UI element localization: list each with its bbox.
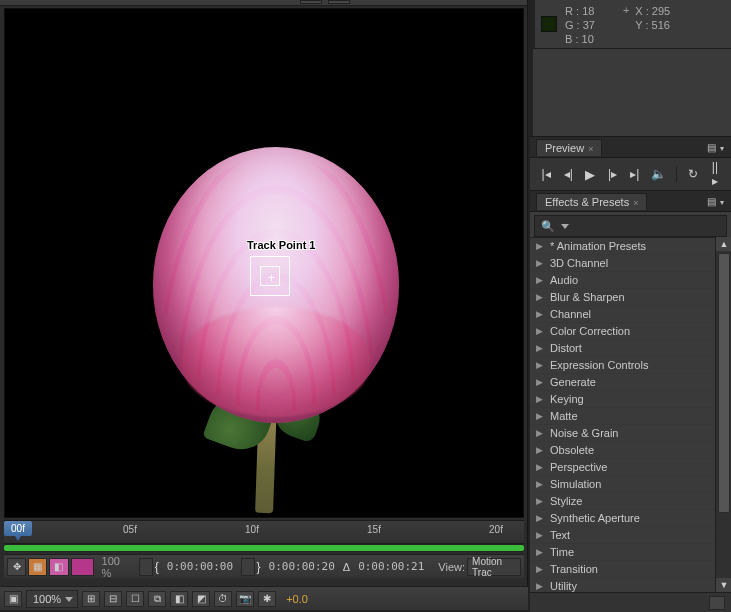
- close-icon[interactable]: ×: [633, 198, 638, 208]
- work-area-bar[interactable]: [4, 544, 524, 552]
- panel-menu-icon[interactable]: ▤: [707, 142, 725, 153]
- layer-zoom[interactable]: 100 %: [96, 555, 138, 579]
- disclosure-triangle-icon[interactable]: ▶: [536, 564, 544, 574]
- disclosure-triangle-icon[interactable]: ▶: [536, 360, 544, 370]
- effects-category-row[interactable]: ▶Text: [530, 527, 715, 544]
- effects-category-label: Matte: [550, 410, 578, 422]
- disclosure-triangle-icon[interactable]: ▶: [536, 462, 544, 472]
- search-icon: 🔍: [541, 220, 555, 233]
- effects-category-row[interactable]: ▶Noise & Grain: [530, 425, 715, 442]
- disclosure-triangle-icon[interactable]: ▶: [536, 479, 544, 489]
- prev-frame-button[interactable]: ◂|: [562, 167, 574, 181]
- scroll-down-button[interactable]: ▼: [716, 578, 731, 592]
- status-btn[interactable]: ☐: [126, 591, 144, 607]
- ram-preview-button[interactable]: ||▸: [709, 160, 721, 188]
- new-bin-button[interactable]: [709, 596, 725, 610]
- viewer-top-btn[interactable]: [328, 0, 350, 4]
- disclosure-triangle-icon[interactable]: ▶: [536, 547, 544, 557]
- effects-category-row[interactable]: ▶Utility: [530, 578, 715, 592]
- composition-canvas[interactable]: Track Point 1 +: [4, 8, 524, 518]
- mask-icon[interactable]: [71, 558, 94, 576]
- alpha-icon[interactable]: ◧: [49, 558, 68, 576]
- disclosure-triangle-icon[interactable]: ▶: [536, 513, 544, 523]
- disclosure-triangle-icon[interactable]: ▶: [536, 241, 544, 251]
- effects-category-row[interactable]: ▶Generate: [530, 374, 715, 391]
- disclosure-triangle-icon[interactable]: ▶: [536, 309, 544, 319]
- last-frame-button[interactable]: ▸|: [629, 167, 641, 181]
- effects-scrollbar[interactable]: ▲ ▼: [715, 237, 731, 592]
- handtool-icon[interactable]: ✥: [7, 558, 26, 576]
- panel-menu-icon[interactable]: ▤: [707, 196, 725, 207]
- effects-category-row[interactable]: ▶Audio: [530, 272, 715, 289]
- disclosure-triangle-icon[interactable]: ▶: [536, 411, 544, 421]
- effects-category-label: Expression Controls: [550, 359, 648, 371]
- effects-category-row[interactable]: ▶Blur & Sharpen: [530, 289, 715, 306]
- first-frame-button[interactable]: |◂: [540, 167, 552, 181]
- exposure-value[interactable]: +0.0: [280, 593, 314, 605]
- view-dropdown[interactable]: Motion Trac: [467, 558, 521, 576]
- loop-button[interactable]: ↻: [687, 167, 699, 181]
- time-ruler[interactable]: 00f 05f 10f 15f 20f: [4, 520, 524, 544]
- effects-search[interactable]: 🔍: [534, 215, 727, 237]
- effects-category-row[interactable]: ▶* Animation Presets: [530, 238, 715, 255]
- out-timecode[interactable]: 0:00:00:20: [263, 560, 341, 573]
- status-btn[interactable]: ◧: [170, 591, 188, 607]
- disclosure-triangle-icon[interactable]: ▶: [536, 275, 544, 285]
- magnification-dropdown[interactable]: 100%: [26, 590, 78, 608]
- ruler-tick-label: 15f: [367, 524, 381, 535]
- disclosure-triangle-icon[interactable]: ▶: [536, 394, 544, 404]
- chevron-down-icon[interactable]: [561, 224, 569, 229]
- out-bracket-icon[interactable]: }: [257, 560, 261, 574]
- disclosure-triangle-icon[interactable]: ▶: [536, 343, 544, 353]
- aperture-icon[interactable]: ✱: [258, 591, 276, 607]
- effects-tab[interactable]: Effects & Presets×: [536, 193, 647, 210]
- disclosure-triangle-icon[interactable]: ▶: [536, 377, 544, 387]
- effects-category-row[interactable]: ▶Stylize: [530, 493, 715, 510]
- in-timecode[interactable]: 0:00:00:00: [161, 560, 239, 573]
- effects-category-label: Distort: [550, 342, 582, 354]
- mute-button[interactable]: 🔈: [651, 167, 666, 181]
- toggle-alpha-button[interactable]: ▣: [4, 591, 22, 607]
- effects-category-row[interactable]: ▶Color Correction: [530, 323, 715, 340]
- disclosure-triangle-icon[interactable]: ▶: [536, 326, 544, 336]
- roi-icon[interactable]: ▦: [28, 558, 47, 576]
- effects-category-row[interactable]: ▶Matte: [530, 408, 715, 425]
- effects-category-row[interactable]: ▶Distort: [530, 340, 715, 357]
- cti-playhead[interactable]: 00f: [4, 521, 32, 536]
- status-btn[interactable]: ◩: [192, 591, 210, 607]
- disclosure-triangle-icon[interactable]: ▶: [536, 445, 544, 455]
- track-point-attach-icon[interactable]: +: [268, 271, 275, 285]
- effects-category-row[interactable]: ▶Channel: [530, 306, 715, 323]
- effects-category-row[interactable]: ▶3D Channel: [530, 255, 715, 272]
- preview-tab[interactable]: Preview×: [536, 139, 602, 156]
- status-btn[interactable]: ⊞: [82, 591, 100, 607]
- disclosure-triangle-icon[interactable]: ▶: [536, 258, 544, 268]
- disclosure-triangle-icon[interactable]: ▶: [536, 496, 544, 506]
- snapshot-btn[interactable]: 📷: [236, 591, 254, 607]
- disclosure-triangle-icon[interactable]: ▶: [536, 581, 544, 591]
- scroll-thumb[interactable]: [718, 253, 730, 513]
- viewer-top-btn[interactable]: [300, 0, 322, 4]
- disclosure-triangle-icon[interactable]: ▶: [536, 428, 544, 438]
- status-btn[interactable]: ⊟: [104, 591, 122, 607]
- close-icon[interactable]: ×: [588, 144, 593, 154]
- effects-category-row[interactable]: ▶Perspective: [530, 459, 715, 476]
- effects-category-row[interactable]: ▶Synthetic Aperture: [530, 510, 715, 527]
- status-btn[interactable]: ⧉: [148, 591, 166, 607]
- disclosure-triangle-icon[interactable]: ▶: [536, 530, 544, 540]
- disclosure-triangle-icon[interactable]: ▶: [536, 292, 544, 302]
- scroll-up-button[interactable]: ▲: [716, 237, 731, 251]
- effects-category-row[interactable]: ▶Keying: [530, 391, 715, 408]
- effects-category-row[interactable]: ▶Expression Controls: [530, 357, 715, 374]
- track-point-search-region[interactable]: +: [250, 256, 290, 296]
- effects-category-row[interactable]: ▶Obsolete: [530, 442, 715, 459]
- in-bracket-icon[interactable]: {: [155, 560, 159, 574]
- effects-category-row[interactable]: ▶Transition: [530, 561, 715, 578]
- effects-category-row[interactable]: ▶Time: [530, 544, 715, 561]
- delta-icon: Δ: [343, 561, 350, 573]
- next-frame-button[interactable]: |▸: [607, 167, 619, 181]
- effects-category-row[interactable]: ▶Simulation: [530, 476, 715, 493]
- play-button[interactable]: ▶: [584, 167, 596, 182]
- info-panel-spacer: [533, 48, 731, 136]
- timecode-btn[interactable]: ⏱: [214, 591, 232, 607]
